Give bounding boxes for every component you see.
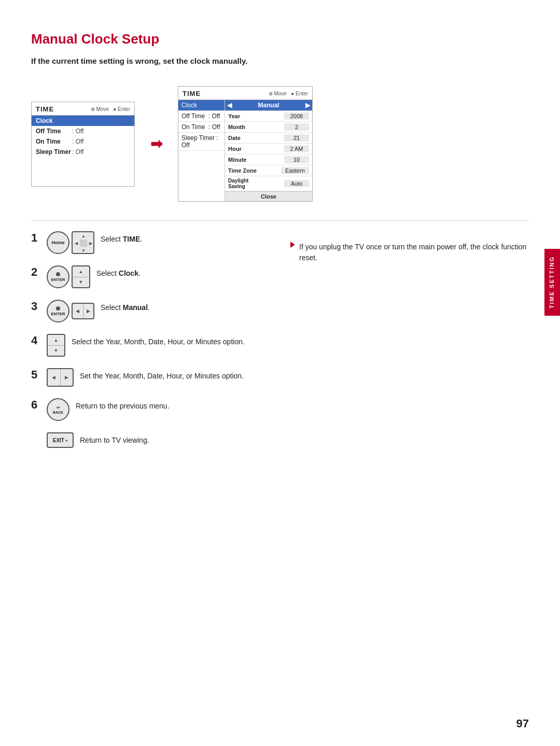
dpad-icon-1: ▲ ◀ ▶ ▼ bbox=[72, 231, 94, 254]
dpad-cell-up: ▲ bbox=[80, 232, 87, 240]
field-label-month: Month bbox=[228, 124, 245, 130]
manual-row-date: Date 21 bbox=[225, 133, 312, 144]
field-value-timezone: Eastern bbox=[281, 167, 309, 174]
enter-dot-3 bbox=[56, 306, 60, 311]
close-button[interactable]: Close bbox=[225, 191, 312, 201]
manual-header-row: ◀ Manual ▶ bbox=[225, 100, 312, 111]
dpad-cell bbox=[73, 247, 80, 254]
field-label-year: Year bbox=[228, 113, 240, 119]
screen-right-header: TIME ⊕ Move ● Enter bbox=[178, 87, 312, 100]
screen-right-title: TIME bbox=[183, 90, 201, 97]
step-number-3: 3 bbox=[31, 301, 40, 312]
field-label-minute: Minute bbox=[228, 157, 246, 163]
step-1-text: Select TIME. bbox=[101, 234, 142, 245]
left-half-5: ◀ bbox=[48, 369, 61, 386]
field-label-hour: Hour bbox=[228, 146, 242, 152]
step-6-icons: ↩ BACK bbox=[47, 398, 69, 421]
field-label-timezone: Time Zone bbox=[228, 167, 257, 174]
field-value-year: 2008 bbox=[284, 112, 309, 120]
row-label-offtime: Off Time bbox=[36, 128, 72, 135]
manual-row-year: Year 2008 bbox=[225, 111, 312, 122]
manual-header-label: Manual bbox=[258, 102, 279, 109]
dpad-cell-right: ▶ bbox=[87, 240, 94, 247]
dpad-cell-left: ◀ bbox=[73, 240, 80, 247]
dpad-cell bbox=[87, 247, 94, 254]
step-number-4: 4 bbox=[31, 335, 40, 346]
manual-left-offtime: Off Time : Off bbox=[178, 111, 225, 122]
enter-dot bbox=[56, 272, 60, 276]
step-3-icons: ENTER ◀ ▶ bbox=[47, 300, 94, 322]
dpad-cell bbox=[87, 232, 94, 240]
step-number-5: 5 bbox=[31, 369, 40, 381]
divider bbox=[31, 220, 529, 221]
manual-row-timezone: Time Zone Eastern bbox=[225, 165, 312, 176]
row-value-sleep: : Off bbox=[72, 148, 83, 156]
note-arrow-icon bbox=[290, 242, 295, 248]
step-2-text: Select Clock. bbox=[96, 269, 141, 279]
enter-button-icon-2: ENTER bbox=[47, 265, 69, 288]
manual-row-daylight: DaylightSaving Auto bbox=[225, 176, 312, 191]
dpad-cell-down: ▼ bbox=[80, 247, 87, 254]
leftright-icon-5: ◀ ▶ bbox=[47, 368, 74, 387]
step-number-2: 2 bbox=[31, 266, 40, 278]
up-half: ▲ bbox=[73, 266, 89, 277]
updown-icon-2: ▲ ▼ bbox=[72, 265, 90, 288]
row-value-offtime: : Off bbox=[72, 128, 83, 135]
row-value-ontime: : Off bbox=[72, 138, 83, 145]
field-label-date: Date bbox=[228, 135, 241, 141]
down-half: ▼ bbox=[73, 277, 89, 288]
step-exit: 0 EXIT ▪ Return to TV viewing. bbox=[31, 432, 270, 448]
manual-header-right-arrow: ▶ bbox=[305, 102, 310, 109]
step-4: 4 ▲ ▼ Select the Year, Month, Date, Hour… bbox=[31, 334, 270, 357]
left-half: ◀ bbox=[73, 304, 83, 318]
screen-right-nav: ⊕ Move ● Enter bbox=[269, 91, 308, 96]
screen-left-row-offtime: Off Time : Off bbox=[32, 126, 134, 136]
step-3: 3 ENTER ◀ ▶ Select Manual. bbox=[31, 300, 270, 322]
leftright-icon-3: ◀ ▶ bbox=[72, 303, 94, 319]
field-label-daylight: DaylightSaving bbox=[228, 178, 248, 189]
step-number-6: 6 bbox=[31, 399, 40, 411]
up-half-4: ▲ bbox=[48, 335, 64, 346]
manual-left-ontime: On Time : Off bbox=[178, 122, 225, 133]
step-3-text: Select Manual. bbox=[101, 303, 150, 313]
arrow-between-screens: ➡ bbox=[150, 135, 162, 152]
manual-left-sleep: Sleep Timer : Off bbox=[178, 133, 225, 151]
screen-left-nav: ⊕ Move ● Enter bbox=[91, 106, 130, 112]
screens-area: TIME ⊕ Move ● Enter Clock Off Time : Off… bbox=[31, 86, 529, 202]
step-exit-text: Return to TV viewing. bbox=[80, 435, 149, 446]
screen-left-title: TIME bbox=[36, 105, 54, 113]
step-2: 2 ENTER ▲ ▼ Select Clock. bbox=[31, 265, 270, 288]
clock-circle-icon bbox=[123, 117, 130, 124]
dpad-cell-center bbox=[80, 240, 87, 247]
field-value-daylight: Auto bbox=[284, 180, 309, 187]
row-label-sleep: Sleep Timer bbox=[36, 148, 72, 156]
page-number: 97 bbox=[516, 717, 529, 730]
step-5-icons: ◀ ▶ bbox=[47, 368, 74, 387]
step-6: 6 ↩ BACK Return to the previous menu. bbox=[31, 398, 270, 421]
step-1-icons: Home ▲ ◀ ▶ ▼ bbox=[47, 231, 94, 254]
right-half: ▶ bbox=[83, 304, 94, 318]
page-title: Manual Clock Setup bbox=[31, 31, 529, 47]
note-box: If you unplug the TV once or turn the ma… bbox=[290, 242, 529, 263]
step-5: 5 ◀ ▶ Set the Year, Month, Date, Hour, o… bbox=[31, 368, 270, 387]
field-value-hour: 2 AM bbox=[284, 145, 309, 152]
page-container: TIME SETTING Manual Clock Setup If the c… bbox=[0, 0, 560, 746]
screen-left-row-sleep: Sleep Timer : Off bbox=[32, 147, 134, 157]
manual-right-col: ◀ Manual ▶ Year 2008 Month 2 Date 21 bbox=[225, 100, 312, 201]
updown-icon-4: ▲ ▼ bbox=[47, 334, 65, 357]
field-value-minute: 10 bbox=[284, 156, 309, 163]
down-half-4: ▼ bbox=[48, 346, 64, 356]
row-label-clock: Clock bbox=[36, 117, 72, 124]
note-text: If you unplug the TV once or turn the ma… bbox=[299, 242, 529, 263]
row-label-ontime: On Time bbox=[36, 138, 72, 145]
step-4-icons: ▲ ▼ bbox=[47, 334, 65, 357]
field-value-date: 21 bbox=[284, 134, 309, 142]
exit-button-icon: EXIT ▪ bbox=[47, 432, 74, 448]
step-4-text: Select the Year, Month, Date, Hour, or M… bbox=[72, 337, 245, 347]
dpad-cell bbox=[73, 232, 80, 240]
field-value-month: 2 bbox=[284, 123, 309, 131]
page-subtitle: If the current time setting is wrong, se… bbox=[31, 57, 529, 65]
step-1: 1 Home ▲ ◀ ▶ ▼ Select TIME. bbox=[31, 231, 270, 254]
back-button-icon: ↩ BACK bbox=[47, 398, 69, 421]
manual-left-clock: Clock bbox=[178, 100, 225, 111]
